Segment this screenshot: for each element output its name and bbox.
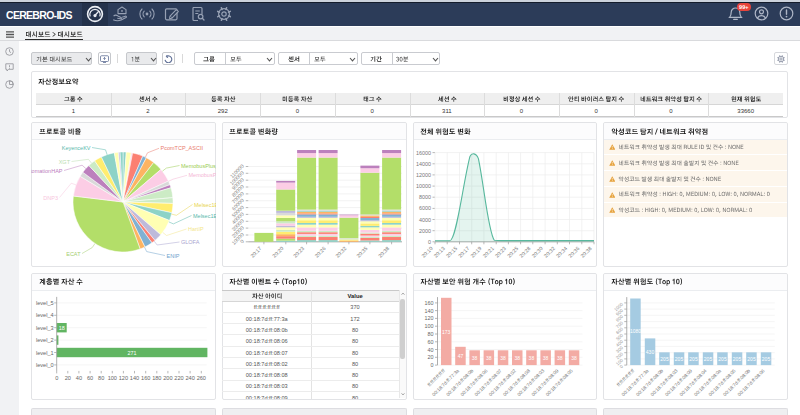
svg-text:205: 205 — [690, 355, 699, 361]
svg-text:38: 38 — [500, 354, 506, 360]
svg-text:20:13: 20:13 — [432, 245, 446, 259]
svg-text:160: 160 — [141, 374, 150, 380]
svg-text:ENIP: ENIP — [167, 253, 180, 259]
svg-text:140: 140 — [424, 307, 433, 313]
svg-text:60: 60 — [427, 338, 433, 344]
svg-text:16000: 16000 — [416, 150, 431, 156]
svg-text:20:36: 20:36 — [567, 245, 581, 259]
svg-text:205: 205 — [733, 355, 742, 361]
svg-text:20: 20 — [65, 374, 71, 380]
svg-text:20:25: 20:25 — [505, 245, 519, 259]
svg-text:6000: 6000 — [419, 205, 431, 211]
svg-text:38: 38 — [528, 354, 534, 360]
svg-text:240: 240 — [185, 374, 194, 380]
svg-text:8000: 8000 — [419, 194, 431, 200]
svg-text:20:23: 20:23 — [493, 245, 507, 259]
svg-text:100: 100 — [108, 374, 117, 380]
svg-text:40: 40 — [427, 346, 433, 352]
svg-text:20:26: 20:26 — [313, 245, 327, 259]
svg-text:80: 80 — [427, 331, 433, 337]
svg-text:2000: 2000 — [419, 228, 431, 234]
svg-text:level_1: level_1 — [36, 349, 54, 355]
svg-text:20:38: 20:38 — [377, 245, 391, 259]
svg-text:4000: 4000 — [419, 217, 431, 223]
svg-text:KeyenceKV: KeyenceKV — [62, 145, 91, 151]
svg-text:180: 180 — [152, 374, 161, 380]
svg-text:XGT: XGT — [59, 159, 71, 165]
svg-text:level_2: level_2 — [36, 337, 54, 343]
svg-text:20:10: 20:10 — [420, 245, 434, 259]
svg-text:MemobusPlus: MemobusPlus — [189, 172, 216, 178]
svg-text:20:38: 20:38 — [579, 245, 593, 259]
svg-text:18: 18 — [59, 324, 65, 330]
svg-text:1080: 1080 — [630, 327, 641, 333]
svg-text:120: 120 — [424, 315, 433, 321]
svg-text:00:18:7d:ff:08:06: 00:18:7d:ff:08:06 — [737, 368, 766, 397]
svg-text:205: 205 — [675, 355, 684, 361]
svg-text:20:32: 20:32 — [542, 245, 556, 259]
svg-text:38: 38 — [471, 354, 477, 360]
svg-text:20:19: 20:19 — [469, 245, 483, 259]
svg-text:205: 205 — [748, 355, 757, 361]
svg-text:205: 205 — [762, 355, 771, 361]
svg-text:0: 0 — [430, 362, 433, 368]
svg-text:20:28: 20:28 — [518, 245, 532, 259]
svg-text:0: 0 — [55, 374, 58, 380]
svg-text:20:20: 20:20 — [271, 245, 285, 259]
svg-text:220: 220 — [174, 374, 183, 380]
svg-text:Melsec1E_A: Melsec1E_A — [193, 213, 216, 219]
svg-text:20:17: 20:17 — [249, 245, 263, 259]
svg-text:200: 200 — [163, 374, 172, 380]
svg-text:100: 100 — [424, 323, 433, 329]
svg-text:20:32: 20:32 — [334, 245, 348, 259]
svg-text:38: 38 — [557, 354, 563, 360]
svg-text:38: 38 — [571, 354, 577, 360]
svg-text:00:18:7d:ff:08:05: 00:18:7d:ff:08:05 — [544, 368, 573, 397]
svg-text:ECAT: ECAT — [66, 251, 81, 257]
svg-text:38: 38 — [514, 354, 520, 360]
svg-text:173: 173 — [442, 328, 451, 334]
svg-text:430: 430 — [646, 348, 655, 354]
svg-text:12000: 12000 — [416, 172, 431, 178]
svg-text:HartIP: HartIP — [188, 226, 204, 232]
svg-text:38: 38 — [542, 354, 548, 360]
svg-text:10000: 10000 — [416, 183, 431, 189]
svg-text:20: 20 — [427, 354, 433, 360]
svg-text:PcomTCP_ASCII: PcomTCP_ASCII — [161, 145, 204, 151]
svg-text:Melsec1E_: Melsec1E_ — [194, 202, 216, 208]
svg-text:level_3: level_3 — [36, 324, 54, 330]
svg-text:38: 38 — [486, 354, 492, 360]
svg-text:20:17: 20:17 — [456, 245, 470, 259]
svg-text:MemobusPlus_B: MemobusPlus_B — [181, 163, 216, 169]
svg-text:140: 140 — [130, 374, 139, 380]
svg-text:20:30: 20:30 — [530, 245, 544, 259]
svg-text:GLOFA: GLOFA — [181, 239, 200, 245]
svg-text:160: 160 — [424, 299, 433, 305]
svg-text:20:21: 20:21 — [481, 245, 495, 259]
svg-text:level_0: level_0 — [36, 361, 54, 367]
svg-text:47: 47 — [457, 353, 463, 359]
svg-text:60: 60 — [87, 374, 93, 380]
svg-text:DNP3: DNP3 — [43, 195, 58, 201]
svg-text:20:35: 20:35 — [355, 245, 369, 259]
svg-text:271: 271 — [128, 349, 137, 355]
svg-text:120: 120 — [119, 374, 128, 380]
svg-text:level_5: level_5 — [36, 299, 54, 305]
svg-text:205: 205 — [661, 355, 670, 361]
svg-text:automationHAP: automationHAP — [31, 168, 63, 174]
svg-text:level_4: level_4 — [36, 312, 54, 318]
svg-text:205: 205 — [704, 355, 713, 361]
svg-text:20:34: 20:34 — [554, 245, 568, 259]
svg-text:0: 0 — [428, 239, 431, 245]
svg-text:40: 40 — [76, 374, 82, 380]
svg-text:14000: 14000 — [416, 161, 431, 167]
svg-text:20:23: 20:23 — [292, 245, 306, 259]
svg-text:205: 205 — [719, 355, 728, 361]
svg-text:260: 260 — [197, 374, 206, 380]
svg-text:80: 80 — [98, 374, 104, 380]
svg-text:20:15: 20:15 — [444, 245, 458, 259]
